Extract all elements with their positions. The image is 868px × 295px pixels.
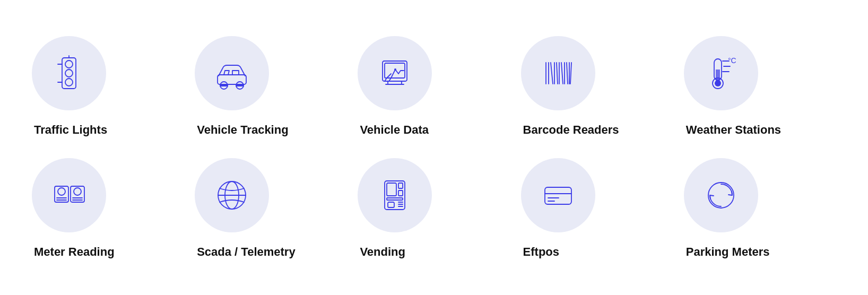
card-parking-meters[interactable]: Parking Meters [684,158,836,259]
parking-meters-label: Parking Meters [684,245,770,259]
svg-point-1 [65,60,73,68]
vehicle-data-label: Vehicle Data [358,123,429,137]
svg-rect-52 [388,202,394,207]
svg-rect-11 [236,85,244,86]
svg-point-39 [74,188,81,195]
traffic-lights-label: Traffic Lights [32,123,107,137]
svg-rect-51 [387,198,403,200]
meter-reading-icon [32,158,106,232]
svg-point-16 [394,68,396,71]
weather-stations-icon: °C [684,36,758,110]
card-barcode-readers[interactable]: Barcode Readers [521,36,673,137]
card-scada-telemetry[interactable]: Scada / Telemetry [195,158,347,259]
svg-line-21 [557,63,558,84]
svg-line-23 [561,63,563,84]
svg-rect-48 [387,183,396,196]
card-meter-reading[interactable]: Meter Reading [32,158,184,259]
vehicle-data-icon [358,36,432,110]
scada-telemetry-label: Scada / Telemetry [195,245,295,259]
svg-point-34 [715,80,721,86]
card-vehicle-data[interactable]: Vehicle Data [358,36,510,137]
svg-point-2 [65,70,73,77]
svg-rect-33 [716,70,720,81]
vending-icon [358,158,432,232]
parking-meters-icon [684,158,758,232]
vehicle-tracking-label: Vehicle Tracking [195,123,288,137]
barcode-readers-icon [521,36,595,110]
card-grid: Traffic Lights Vehicle Tracking Vehicle … [0,15,868,280]
meter-reading-label: Meter Reading [32,245,115,259]
svg-point-3 [65,79,73,86]
svg-text:°C: °C [728,56,736,65]
card-vending[interactable]: Vending [358,158,510,259]
barcode-readers-label: Barcode Readers [521,123,619,137]
card-weather-stations[interactable]: °C Weather Stations [684,36,836,137]
svg-line-19 [551,63,553,84]
vending-label: Vending [358,245,405,259]
svg-rect-10 [220,85,228,86]
card-traffic-lights[interactable]: Traffic Lights [32,36,184,137]
svg-point-38 [58,188,65,195]
svg-line-27 [570,63,571,84]
eftpos-label: Eftpos [521,245,559,259]
svg-line-25 [567,63,568,84]
card-eftpos[interactable]: Eftpos [521,158,673,259]
traffic-lights-icon [32,36,106,110]
vehicle-tracking-icon [195,36,269,110]
eftpos-icon [521,158,595,232]
svg-rect-56 [545,187,571,204]
card-vehicle-tracking[interactable]: Vehicle Tracking [195,36,347,137]
scada-telemetry-icon [195,158,269,232]
svg-rect-50 [398,190,403,196]
weather-stations-label: Weather Stations [684,123,781,137]
svg-rect-49 [398,183,403,188]
svg-rect-0 [62,58,76,89]
